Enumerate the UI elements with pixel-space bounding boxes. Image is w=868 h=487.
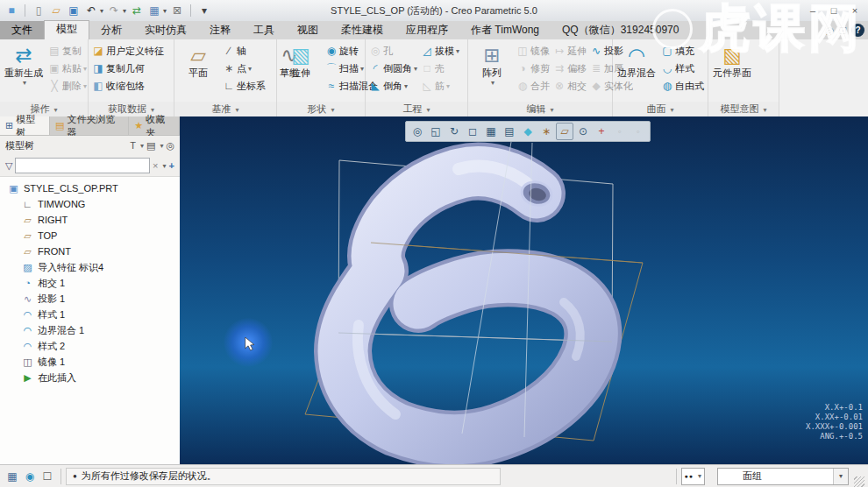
web-browser-icon[interactable]: ◉ bbox=[21, 470, 39, 483]
perspective-icon[interactable]: ◆ bbox=[519, 123, 537, 140]
tree-item[interactable]: ▣STYLE_CLS_OP.PRT bbox=[0, 180, 180, 196]
view-manager-icon[interactable]: ▤ bbox=[501, 123, 518, 140]
search-model-button[interactable]: ●● ▾ bbox=[681, 468, 705, 485]
copy-geometry-button[interactable]: ◨复制几何 bbox=[91, 60, 164, 77]
tree-tools-icon[interactable]: T bbox=[130, 140, 136, 151]
datum-axis-button[interactable]: ∕轴 bbox=[222, 42, 266, 60]
solidify-button-label: 实体化 bbox=[604, 80, 633, 93]
filter-icon: ▽ bbox=[5, 160, 12, 172]
tree-display-icon[interactable]: ▤ bbox=[146, 140, 155, 152]
draft-button[interactable]: ◿拔模▾ bbox=[420, 42, 459, 60]
close-window-icon[interactable]: ⊠ bbox=[170, 4, 184, 18]
tree-item[interactable]: ◠样式 2 bbox=[0, 338, 180, 354]
tree-item[interactable]: ∟TIMWONG bbox=[0, 196, 180, 212]
minimize-icon[interactable]: – bbox=[803, 4, 822, 18]
tree-item[interactable]: ∿投影 1 bbox=[0, 291, 180, 307]
annotation-display-icon[interactable]: ⊙ bbox=[574, 123, 592, 140]
freestyle-button[interactable]: ◍自由式 bbox=[660, 77, 704, 95]
chamfer-button[interactable]: ◣倒角▾ bbox=[368, 77, 417, 95]
tab-item-3[interactable]: 实时仿真 bbox=[133, 21, 198, 39]
tab-item-2[interactable]: 分析 bbox=[89, 21, 133, 39]
tab-file[interactable]: 文件 bbox=[0, 21, 44, 39]
fill-button[interactable]: ▢填充 bbox=[660, 42, 704, 60]
filter-dropdown-icon[interactable]: ▾ bbox=[163, 162, 167, 170]
regenerate-button-label: 重新生成 bbox=[4, 67, 43, 78]
tree-item[interactable]: ◠边界混合 1 bbox=[0, 322, 180, 338]
panel-tab-2[interactable]: ★收藏夹 bbox=[129, 116, 180, 135]
tree-item[interactable]: ◔相交 1 bbox=[0, 275, 180, 291]
repaint-icon[interactable]: ↻ bbox=[445, 123, 463, 140]
chevron-down-icon: ▾ bbox=[140, 142, 144, 150]
panel-tab-1[interactable]: ▤文件夹浏览器 bbox=[50, 116, 129, 135]
shrinkwrap-button[interactable]: ◧收缩包络 bbox=[91, 77, 164, 95]
resize-grip[interactable] bbox=[854, 476, 864, 487]
tab-item-9[interactable]: 作者 TimWong bbox=[459, 21, 551, 39]
tree-filter-input[interactable] bbox=[15, 158, 150, 173]
ribbon-minimize-icon[interactable]: ⊡ bbox=[838, 25, 847, 37]
saved-orientations-icon[interactable]: ▦ bbox=[482, 123, 500, 140]
tree-item[interactable]: ▶在此插入 bbox=[0, 370, 180, 385]
extrude-button[interactable]: ▧拉伸 bbox=[280, 42, 322, 78]
tree-toggle-icon[interactable]: ▦ bbox=[4, 470, 21, 483]
udf-button[interactable]: ◪用户定义特征 bbox=[91, 42, 164, 60]
datum-csys-button[interactable]: ∟坐标系 bbox=[222, 77, 266, 95]
redo-icon[interactable]: ↷ bbox=[107, 4, 121, 18]
component-interface-button[interactable]: ▧元件界面 bbox=[711, 42, 753, 78]
spin-center-icon[interactable]: + bbox=[593, 123, 610, 140]
ribbon-group-label[interactable]: 基准 ▾ bbox=[174, 102, 276, 116]
clear-icon[interactable]: × bbox=[153, 160, 158, 171]
selection-filter-combo[interactable]: 面组 ▾ bbox=[717, 468, 849, 485]
copy-button: ▤复制 bbox=[47, 42, 87, 60]
tree-item[interactable]: ◫镜像 1 bbox=[0, 354, 180, 370]
add-filter-icon[interactable]: + bbox=[169, 160, 174, 171]
round-button[interactable]: ◜倒圆角▾ bbox=[368, 60, 417, 77]
tab-item-5[interactable]: 工具 bbox=[242, 21, 286, 39]
regenerate-button[interactable]: ⇄重新生成▾ bbox=[3, 42, 45, 88]
ribbon-group-label[interactable]: 编辑 ▾ bbox=[468, 102, 612, 116]
tree-search-icon[interactable]: ◎ bbox=[166, 140, 174, 152]
open-icon[interactable]: ▱ bbox=[49, 4, 63, 18]
chevron-down-icon[interactable]: ▾ bbox=[833, 469, 848, 484]
viewport-3d[interactable]: ◎◱↻◻▦▤◆∗▱⊙+◦◦ X.X+-0.1X.XX+-0.01X.XXX+-0… bbox=[180, 116, 868, 464]
customize-icon[interactable]: ▾ bbox=[197, 4, 211, 18]
tab-item-10[interactable]: QQ（微信）3192450970 bbox=[551, 21, 690, 39]
datum-plane-button[interactable]: ▱平面 bbox=[177, 42, 219, 78]
close-icon[interactable]: × bbox=[845, 4, 864, 18]
chevron-down-icon: ▾ bbox=[427, 106, 430, 114]
undo-icon[interactable]: ↶ bbox=[84, 4, 98, 18]
tab-item-7[interactable]: 柔性建模 bbox=[330, 21, 395, 39]
tree-item[interactable]: ▨导入特征 标识4 bbox=[0, 259, 180, 275]
ribbon-group-label[interactable]: 曲面 ▾ bbox=[613, 102, 708, 116]
tree-item[interactable]: ▱RIGHT bbox=[0, 212, 180, 228]
ribbon-group-label[interactable]: 形状 ▾ bbox=[277, 102, 365, 116]
tree-item[interactable]: ◠样式 1 bbox=[0, 307, 180, 322]
ribbon-group-label[interactable]: 模型意图 ▾ bbox=[708, 102, 779, 116]
datum-point-button[interactable]: ∗点▾ bbox=[222, 60, 266, 77]
plane-display-icon[interactable]: ▱ bbox=[556, 123, 573, 140]
panel-tab-0[interactable]: ⊞模型树 bbox=[0, 116, 50, 135]
pattern-button[interactable]: ⊞阵列▾ bbox=[471, 42, 513, 88]
datum-display-filter-icon[interactable]: ∗ bbox=[537, 123, 555, 140]
tab-item-4[interactable]: 注释 bbox=[198, 21, 242, 39]
tab-item-6[interactable]: 视图 bbox=[286, 21, 330, 39]
display-style-icon[interactable]: ◻ bbox=[464, 123, 481, 140]
tree-item[interactable]: ▱FRONT bbox=[0, 244, 180, 259]
windows-icon[interactable]: ▦ bbox=[147, 4, 161, 18]
ribbon-group-label[interactable]: 工程 ▾ bbox=[366, 102, 467, 116]
tab-item-1[interactable]: 模型 bbox=[44, 20, 89, 39]
regenerate-small-icon[interactable]: ⇄ bbox=[130, 4, 144, 18]
checkbox-icon[interactable]: ☐ bbox=[39, 470, 56, 483]
help-icon[interactable]: ? bbox=[851, 24, 864, 37]
app-icon[interactable]: ■ bbox=[4, 4, 18, 18]
maximize-icon[interactable]: □ bbox=[824, 4, 843, 18]
style-button[interactable]: ◡样式 bbox=[660, 60, 704, 77]
zoom-in-icon[interactable]: ◎ bbox=[409, 123, 426, 140]
command-search-icon[interactable]: ◎ bbox=[824, 25, 833, 37]
save-icon[interactable]: ▣ bbox=[67, 4, 81, 18]
thicken-button-label: 加厚 bbox=[604, 62, 623, 75]
new-icon[interactable]: ▯ bbox=[32, 4, 46, 18]
tab-item-8[interactable]: 应用程序 bbox=[395, 21, 459, 39]
zoom-refit-icon[interactable]: ◱ bbox=[427, 123, 445, 140]
tree-item[interactable]: ▱TOP bbox=[0, 228, 180, 244]
chevron-down-icon: ▾ bbox=[698, 472, 701, 480]
